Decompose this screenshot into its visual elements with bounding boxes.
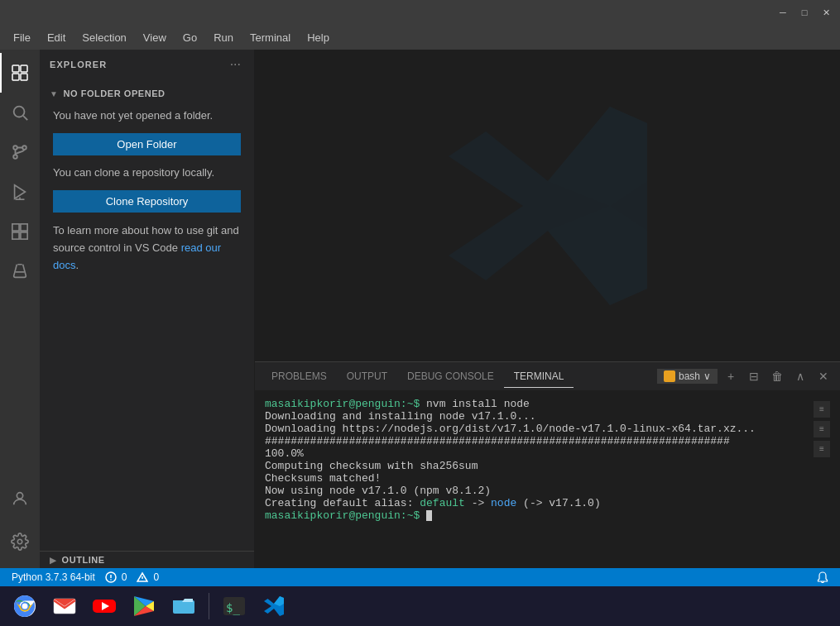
- warnings-status[interactable]: 0: [132, 568, 164, 586]
- sidebar-header-actions: ···: [227, 55, 244, 74]
- settings-activity-icon[interactable]: [0, 522, 40, 561]
- terminal-taskbar-icon[interactable]: $_: [216, 588, 252, 624]
- youtube-taskbar-icon[interactable]: [86, 588, 122, 624]
- svg-point-17: [17, 493, 22, 499]
- menu-view[interactable]: View: [137, 28, 173, 47]
- terminal-tabs-right: bash ∨ + ⊟ 🗑 ∧ ✕: [657, 366, 833, 386]
- terminal-line-1: masaikipkorir@penguin:~$ nvm install nod…: [265, 398, 807, 410]
- account-activity-icon[interactable]: [0, 479, 40, 518]
- tab-terminal[interactable]: TERMINAL: [504, 366, 574, 388]
- tab-problems[interactable]: PROBLEMS: [262, 366, 337, 387]
- alias-default: default: [420, 497, 465, 509]
- svg-point-21: [110, 579, 112, 581]
- terminal-line-8: Now using node v17.1.0 (npm v8.1.2): [265, 485, 807, 497]
- terminal-cursor: [426, 510, 432, 521]
- add-terminal-button[interactable]: +: [721, 366, 741, 386]
- no-folder-text: You have not yet opened a folder.: [53, 108, 241, 123]
- menu-selection[interactable]: Selection: [75, 28, 132, 47]
- svg-point-25: [22, 604, 28, 609]
- svg-rect-13: [21, 224, 27, 231]
- tab-debug-console[interactable]: DEBUG CONSOLE: [397, 366, 504, 387]
- svg-marker-9: [15, 185, 26, 199]
- svg-rect-12: [12, 224, 19, 231]
- explorer-activity-icon[interactable]: [0, 53, 40, 93]
- terminal-content: masaikipkorir@penguin:~$ nvm install nod…: [255, 391, 840, 568]
- terminal-output[interactable]: masaikipkorir@penguin:~$ nvm install nod…: [265, 398, 807, 561]
- clone-repository-button[interactable]: Clone Repository: [53, 190, 241, 213]
- open-folder-button[interactable]: Open Folder: [53, 133, 241, 155]
- no-folder-title: NO FOLDER OPENED: [63, 88, 165, 98]
- python-version-text: Python 3.7.3 64-bit: [12, 571, 95, 583]
- notifications-button[interactable]: [812, 571, 833, 583]
- split-terminal-button[interactable]: ⊟: [744, 366, 764, 386]
- learn-text: To learn more about how to use git and s…: [53, 222, 241, 274]
- terminal-line-3: Downloading https://nodejs.org/dist/v17.…: [265, 423, 807, 435]
- minimize-button[interactable]: ─: [775, 5, 790, 20]
- run-debug-activity-icon[interactable]: [0, 172, 40, 212]
- svg-line-5: [23, 116, 27, 120]
- menu-edit[interactable]: Edit: [41, 28, 72, 47]
- taskbar-separator: [209, 593, 209, 619]
- chrome-taskbar-icon[interactable]: [7, 588, 43, 624]
- alias-version: (-> v17.1.0): [523, 497, 601, 509]
- outline-title: OUTLINE: [62, 555, 105, 565]
- terminal-side-icon-2[interactable]: ≡: [814, 421, 830, 437]
- alias-arrow: ->: [472, 497, 491, 509]
- menu-run[interactable]: Run: [207, 28, 240, 47]
- no-folder-content: You have not yet opened a folder. Open F…: [40, 102, 254, 281]
- terminal-line-4: ########################################…: [265, 435, 807, 447]
- vscode-taskbar-icon[interactable]: [256, 588, 292, 624]
- python-version-status[interactable]: Python 3.7.3 64-bit: [7, 568, 100, 586]
- sidebar: EXPLORER ··· ▼ NO FOLDER OPENED You have…: [40, 50, 255, 568]
- no-folder-section: ▼ NO FOLDER OPENED You have not yet open…: [40, 79, 254, 288]
- terminal-side-icon-3[interactable]: ≡: [814, 441, 830, 457]
- title-bar: ─ □ ✕: [0, 0, 840, 25]
- window-controls: ─ □ ✕: [775, 5, 833, 20]
- terminal-line-5: 100.0%: [265, 447, 807, 460]
- files-taskbar-icon[interactable]: [166, 588, 202, 624]
- bash-indicator[interactable]: bash ∨: [657, 369, 718, 384]
- terminal-sidebar-icons: ≡ ≡ ≡: [814, 398, 830, 561]
- sidebar-header: EXPLORER ···: [40, 50, 254, 79]
- search-activity-icon[interactable]: [0, 93, 40, 132]
- svg-point-18: [17, 539, 22, 544]
- maximize-panel-button[interactable]: ∧: [790, 366, 810, 386]
- sidebar-title: EXPLORER: [50, 60, 107, 69]
- restore-button[interactable]: □: [797, 5, 812, 20]
- source-control-activity-icon[interactable]: [0, 132, 40, 172]
- terminal-prompt-2: masaikipkorir@penguin:~$: [265, 509, 420, 522]
- warnings-count: 0: [153, 571, 159, 583]
- extensions-activity-icon[interactable]: [0, 212, 40, 251]
- activity-bar-bottom: [0, 479, 40, 561]
- close-panel-button[interactable]: ✕: [814, 366, 833, 386]
- terminal-tabs: PROBLEMS OUTPUT DEBUG CONSOLE TERMINAL b…: [255, 362, 840, 391]
- alias-node: node: [491, 497, 516, 509]
- svg-rect-0: [12, 65, 19, 72]
- editor-area: PROBLEMS OUTPUT DEBUG CONSOLE TERMINAL b…: [255, 50, 840, 568]
- svg-text:$_: $_: [226, 601, 240, 615]
- outline-header[interactable]: ▶ OUTLINE: [40, 552, 254, 568]
- menu-file[interactable]: File: [7, 28, 37, 47]
- menu-bar: File Edit Selection View Go Run Terminal…: [0, 25, 840, 50]
- playstore-taskbar-icon[interactable]: [126, 588, 162, 624]
- terminal-side-icon-1[interactable]: ≡: [814, 401, 830, 418]
- close-button[interactable]: ✕: [818, 5, 833, 20]
- vscode-logo: [424, 82, 672, 330]
- errors-status[interactable]: 0: [100, 568, 132, 586]
- activity-bar: [0, 50, 40, 568]
- errors-count: 0: [122, 571, 127, 583]
- no-folder-header[interactable]: ▼ NO FOLDER OPENED: [40, 85, 254, 102]
- sidebar-more-options[interactable]: ···: [227, 55, 244, 74]
- svg-point-7: [22, 146, 26, 150]
- gmail-taskbar-icon[interactable]: [46, 588, 83, 624]
- tab-output[interactable]: OUTPUT: [337, 366, 397, 387]
- flask-activity-icon[interactable]: [0, 251, 40, 291]
- outline-section: ▶ OUTLINE: [40, 551, 254, 568]
- menu-help[interactable]: Help: [300, 28, 336, 47]
- logo-area: [255, 50, 840, 361]
- terminal-line-7: Checksums matched!: [265, 472, 807, 485]
- chevron-right-icon: ▶: [50, 556, 57, 565]
- menu-go[interactable]: Go: [176, 28, 204, 47]
- kill-terminal-button[interactable]: 🗑: [767, 366, 787, 386]
- menu-terminal[interactable]: Terminal: [243, 28, 297, 47]
